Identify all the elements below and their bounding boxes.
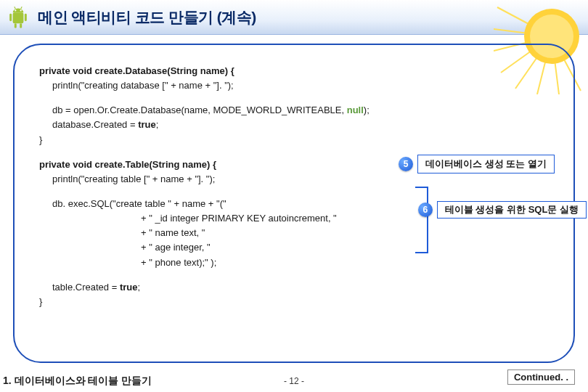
code-line: println("creating database [" + name + "… xyxy=(39,78,549,93)
code-line: database.Created = true; xyxy=(52,119,158,130)
svg-rect-7 xyxy=(15,23,17,28)
svg-rect-5 xyxy=(9,13,12,20)
android-icon xyxy=(7,5,29,30)
code-line: + " name text, " xyxy=(39,226,549,240)
code-line: ); xyxy=(364,105,369,115)
code-line: db = open.Or.Create.Database(name, MODE_… xyxy=(52,105,347,115)
svg-rect-8 xyxy=(20,23,22,28)
callout-6: 6 테이블 생성을 위한 SQL문 실행 xyxy=(418,201,587,219)
svg-rect-0 xyxy=(13,12,24,23)
code-line: + " age integer, " xyxy=(39,240,549,255)
callout-number: 6 xyxy=(418,203,433,217)
code-block: private void create.Database(String name… xyxy=(39,64,549,309)
continued-badge: Continued. . xyxy=(507,369,575,385)
svg-rect-6 xyxy=(25,13,27,20)
code-line: } xyxy=(39,295,549,309)
slide-header: 메인 액티비티 코드 만들기 (계속) xyxy=(0,0,588,35)
footer-section-title: 1. 데이터베이스와 테이블 만들기 xyxy=(3,375,152,388)
page-number: - 12 - xyxy=(284,376,304,386)
svg-point-2 xyxy=(20,9,22,11)
code-line: println("creating table [" + name + "]. … xyxy=(39,172,549,187)
svg-line-4 xyxy=(21,7,22,9)
svg-point-1 xyxy=(15,9,16,11)
code-line: } xyxy=(39,133,549,147)
slide-title: 메인 액티비티 코드 만들기 (계속) xyxy=(38,7,256,28)
bracket-icon xyxy=(415,187,428,253)
code-null: null xyxy=(347,105,364,115)
code-line: private void create.Database(String name… xyxy=(39,65,234,76)
svg-line-3 xyxy=(15,7,15,9)
callout-label: 테이블 생성을 위한 SQL문 실행 xyxy=(437,201,587,219)
code-line: table.Created = true; xyxy=(52,282,140,293)
code-line: private void create.Table(String name) { xyxy=(39,159,216,170)
content-frame: private void create.Database(String name… xyxy=(13,44,575,363)
code-line: + " phone text);" ); xyxy=(39,256,549,270)
